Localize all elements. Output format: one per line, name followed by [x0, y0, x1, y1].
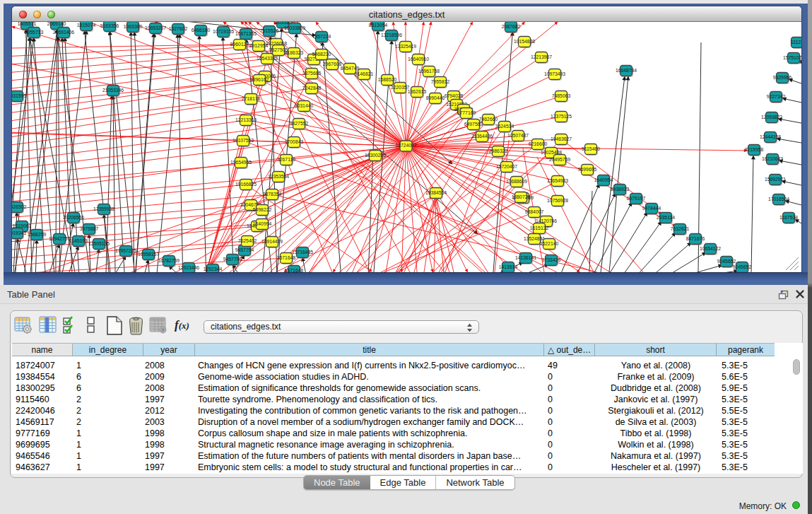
svg-text:2935114: 2935114 [657, 215, 675, 220]
svg-text:2522140: 2522140 [540, 241, 559, 246]
svg-text:10688609: 10688609 [506, 179, 527, 184]
svg-text:2986322: 2986322 [489, 148, 508, 153]
svg-text:13524851: 13524851 [524, 236, 545, 241]
svg-text:7515526: 7515526 [260, 28, 279, 33]
svg-text:8960124: 8960124 [230, 42, 249, 47]
svg-text:7625402: 7625402 [238, 238, 257, 243]
svg-text:1640994: 1640994 [253, 221, 272, 226]
svg-text:17016504: 17016504 [768, 197, 789, 201]
svg-text:1519061: 1519061 [13, 223, 32, 228]
svg-text:16914479: 16914479 [261, 239, 283, 244]
svg-text:8454749: 8454749 [341, 66, 360, 71]
svg-text:1362615: 1362615 [408, 89, 427, 94]
svg-text:9699695: 9699695 [578, 167, 597, 172]
svg-text:9146821: 9146821 [355, 71, 374, 76]
svg-text:11121: 11121 [791, 40, 801, 45]
svg-text:13325419: 13325419 [395, 44, 416, 49]
svg-text:15716485: 15716485 [292, 250, 313, 255]
svg-text:2055713: 2055713 [25, 30, 44, 35]
svg-text:17957225: 17957225 [115, 248, 136, 253]
svg-text:3624514: 3624514 [495, 124, 514, 129]
svg-text:1527602: 1527602 [169, 26, 188, 31]
svg-text:10719155: 10719155 [213, 29, 234, 34]
svg-text:8031440: 8031440 [295, 103, 314, 108]
svg-text:2069140: 2069140 [47, 22, 66, 26]
svg-text:9245652: 9245652 [733, 264, 752, 269]
svg-text:16210643: 16210643 [762, 156, 783, 161]
svg-text:16640910: 16640910 [408, 57, 429, 62]
svg-text:10507487: 10507487 [507, 133, 529, 138]
svg-text:3220357: 3220357 [391, 85, 410, 90]
svg-text:7462660: 7462660 [479, 117, 498, 122]
svg-text:9329966: 9329966 [773, 75, 792, 80]
svg-text:1568259: 1568259 [28, 232, 47, 237]
svg-text:1571648: 1571648 [285, 268, 304, 273]
svg-text:18724007: 18724007 [395, 143, 416, 148]
svg-text:1640954: 1640954 [594, 177, 613, 182]
svg-text:1145193: 1145193 [69, 238, 88, 243]
svg-text:2967608: 2967608 [323, 62, 342, 66]
svg-text:16782759: 16782759 [158, 258, 180, 263]
svg-text:1413614: 1413614 [499, 264, 518, 269]
svg-text:12444158: 12444158 [760, 134, 781, 139]
svg-text:1588520: 1588520 [378, 77, 397, 82]
svg-text:1405571: 1405571 [18, 22, 37, 26]
svg-text:9896162: 9896162 [250, 77, 269, 82]
svg-text:6679197: 6679197 [627, 196, 646, 201]
svg-text:19463627: 19463627 [551, 136, 572, 141]
svg-text:9227342: 9227342 [767, 94, 786, 99]
svg-text:9777169: 9777169 [457, 110, 476, 115]
svg-text:1700843: 1700843 [285, 139, 304, 144]
svg-text:1063380: 1063380 [124, 24, 143, 29]
svg-text:5468230: 5468230 [312, 52, 331, 57]
svg-text:16671355: 16671355 [235, 31, 257, 36]
svg-text:20691406: 20691406 [53, 30, 74, 35]
svg-text:12942757: 12942757 [49, 236, 70, 241]
svg-text:6497563: 6497563 [464, 122, 483, 127]
svg-text:21364436: 21364436 [471, 134, 493, 139]
svg-text:2718176: 2718176 [242, 96, 261, 101]
svg-text:7357224: 7357224 [312, 34, 331, 39]
svg-text:16033809: 16033809 [284, 25, 305, 30]
svg-text:8186323: 8186323 [285, 50, 304, 55]
svg-text:10653267: 10653267 [145, 25, 166, 30]
svg-text:10958157: 10958157 [138, 252, 159, 257]
svg-text:17359938: 17359938 [93, 206, 114, 211]
svg-text:2031595: 2031595 [12, 93, 26, 98]
svg-text:1815074: 1815074 [77, 23, 96, 28]
svg-text:16543382: 16543382 [257, 56, 278, 61]
svg-text:13218596: 13218596 [381, 33, 402, 37]
svg-text:1615132: 1615132 [530, 226, 549, 230]
svg-text:2626502: 2626502 [12, 204, 26, 209]
svg-text:1292344: 1292344 [204, 267, 223, 271]
svg-text:12923446: 12923446 [178, 265, 199, 270]
svg-text:19166825: 19166825 [235, 182, 257, 187]
svg-text:15751074: 15751074 [783, 55, 801, 60]
svg-text:3375685: 3375685 [302, 71, 322, 76]
svg-text:10154838: 10154838 [514, 39, 535, 44]
svg-text:10107553: 10107553 [233, 138, 254, 143]
svg-text:9457794: 9457794 [235, 247, 254, 252]
svg-text:1880726: 1880726 [512, 194, 531, 199]
svg-text:5498222: 5498222 [253, 207, 272, 212]
svg-text:12213363: 12213363 [235, 117, 257, 122]
svg-text:13654923: 13654923 [547, 178, 568, 183]
svg-text:7955812: 7955812 [431, 79, 450, 84]
svg-text:16961758: 16961758 [418, 69, 440, 74]
svg-text:12213967: 12213967 [531, 54, 552, 59]
svg-text:3267110: 3267110 [277, 157, 295, 162]
svg-text:20206556: 20206556 [63, 215, 84, 220]
svg-text:7242848: 7242848 [302, 86, 322, 90]
svg-text:18300295: 18300295 [365, 153, 386, 158]
svg-text:8471676: 8471676 [686, 236, 705, 241]
svg-text:1571648: 1571648 [277, 255, 296, 260]
svg-text:9115460: 9115460 [582, 146, 600, 151]
svg-text:8813054: 8813054 [369, 23, 388, 28]
svg-text:9163356: 9163356 [100, 23, 119, 28]
svg-text:9245652: 9245652 [717, 259, 736, 264]
svg-text:6794028: 6794028 [445, 93, 464, 98]
svg-text:1733426: 1733426 [542, 257, 561, 262]
svg-text:1167534: 1167534 [779, 215, 798, 220]
svg-text:10973493: 10973493 [544, 71, 565, 76]
svg-text:12353554: 12353554 [268, 174, 289, 179]
